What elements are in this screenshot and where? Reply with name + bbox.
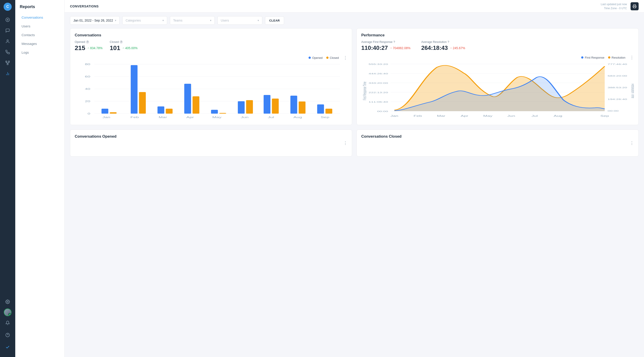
svg-text:Apr: Apr bbox=[461, 115, 468, 117]
opened-help-icon[interactable]: ? bbox=[86, 41, 89, 44]
svg-text:Feb: Feb bbox=[130, 116, 139, 119]
nav-item-messages[interactable]: Messages bbox=[17, 40, 62, 48]
categories-filter[interactable]: Categories ▾ bbox=[122, 16, 167, 25]
main-content: CONVERSATIONS Last updated just now Time… bbox=[64, 0, 644, 357]
conv-closed-title: Conversations Closed bbox=[361, 134, 634, 139]
svg-text:111:06:40: 111:06:40 bbox=[369, 101, 388, 103]
users-filter[interactable]: Users ▾ bbox=[218, 16, 262, 25]
users-chevron-icon: ▾ bbox=[258, 19, 259, 22]
conversations-opened-card: Conversations Opened ⋮ bbox=[70, 130, 352, 157]
nav-item-conversations[interactable]: Conversations bbox=[17, 13, 62, 22]
svg-rect-3 bbox=[6, 61, 7, 62]
nav-item-users[interactable]: Users bbox=[17, 22, 62, 30]
chart-more-icon[interactable]: ⋮ bbox=[343, 55, 347, 60]
svg-rect-30 bbox=[211, 110, 218, 114]
closed-help-icon[interactable]: ? bbox=[120, 41, 123, 44]
user-avatar[interactable] bbox=[4, 308, 12, 316]
opened-stat: Opened ? 215 834.78% bbox=[75, 40, 102, 52]
nav-title: Reports bbox=[15, 0, 64, 13]
svg-text:80: 80 bbox=[85, 63, 90, 66]
date-range-filter[interactable]: Jan 01, 2022 - Sep 26, 2022 ▾ bbox=[70, 16, 120, 25]
closed-card-more-icon[interactable]: ⋮ bbox=[630, 141, 634, 146]
svg-rect-33 bbox=[246, 100, 253, 114]
legend-first-response: First Response bbox=[581, 56, 604, 59]
svg-rect-23 bbox=[110, 112, 116, 114]
svg-text:00:00: 00:00 bbox=[608, 110, 619, 112]
svg-point-1 bbox=[7, 19, 8, 21]
performance-stats: Average First Response ? 110:40:27 70488… bbox=[361, 40, 634, 52]
svg-text:Aug: Aug bbox=[554, 115, 562, 117]
svg-text:May: May bbox=[212, 116, 222, 119]
svg-point-2 bbox=[7, 40, 8, 41]
svg-rect-26 bbox=[158, 106, 164, 114]
categories-chevron-icon: ▾ bbox=[162, 19, 164, 22]
svg-rect-25 bbox=[139, 92, 146, 114]
app-avatar[interactable]: C bbox=[4, 3, 12, 11]
avg-first-response-stat: Average First Response ? 110:40:27 70488… bbox=[361, 40, 410, 52]
conversations-chart: Opened Closed ⋮ bbox=[75, 55, 347, 120]
svg-point-9 bbox=[7, 301, 8, 302]
resolution-help-icon[interactable]: ? bbox=[448, 40, 449, 44]
notifications-icon[interactable] bbox=[3, 318, 12, 327]
svg-rect-29 bbox=[192, 96, 199, 114]
svg-text:60: 60 bbox=[85, 76, 90, 78]
conversations-card-title: Conversations bbox=[75, 33, 347, 38]
svg-text:Mar: Mar bbox=[437, 115, 446, 117]
svg-text:20: 20 bbox=[85, 100, 90, 103]
svg-text:555:33:20: 555:33:20 bbox=[369, 63, 388, 65]
performance-card-title: Performance bbox=[361, 33, 634, 38]
svg-text:40: 40 bbox=[85, 88, 90, 90]
clear-button[interactable]: CLEAR bbox=[265, 17, 284, 25]
teams-chevron-icon: ▾ bbox=[210, 19, 212, 22]
svg-text:Resolution Time: Resolution Time bbox=[630, 84, 634, 98]
svg-text:Jan: Jan bbox=[102, 116, 110, 119]
svg-text:Jun: Jun bbox=[241, 116, 248, 119]
sidebar-bottom bbox=[3, 296, 12, 354]
perf-chart-more-icon[interactable]: ⋮ bbox=[630, 55, 634, 60]
help-icon[interactable] bbox=[3, 330, 12, 339]
svg-text:388:53:20: 388:53:20 bbox=[608, 87, 627, 89]
chart-legend: Opened Closed ⋮ bbox=[75, 55, 347, 60]
settings-icon[interactable] bbox=[3, 297, 12, 306]
svg-text:0: 0 bbox=[88, 113, 90, 115]
home-icon[interactable] bbox=[3, 15, 12, 24]
page-title: CONVERSATIONS bbox=[70, 5, 99, 8]
resolution-dot bbox=[608, 56, 610, 59]
perf-chart-legend: First Response Resolution ⋮ bbox=[361, 55, 634, 60]
svg-text:Jul: Jul bbox=[532, 115, 538, 117]
teams-filter[interactable]: Teams ▾ bbox=[170, 16, 215, 25]
svg-rect-31 bbox=[219, 113, 226, 114]
legend-closed: Closed bbox=[326, 56, 339, 60]
first-response-change: 704882.08% bbox=[390, 46, 411, 50]
first-response-help-icon[interactable]: ? bbox=[393, 40, 395, 44]
check-icon[interactable] bbox=[3, 343, 12, 351]
phone-icon[interactable] bbox=[3, 48, 12, 57]
content-area: Conversations Opened ? 215 834.78% bbox=[64, 28, 644, 357]
svg-rect-35 bbox=[272, 99, 279, 114]
performance-chart: First Response Resolution ⋮ bbox=[361, 55, 634, 120]
svg-rect-4 bbox=[8, 61, 10, 62]
opened-card-more-icon[interactable]: ⋮ bbox=[343, 141, 347, 146]
bar-chart: 80 60 40 20 0 bbox=[75, 62, 347, 120]
contacts-icon[interactable] bbox=[3, 37, 12, 46]
network-icon[interactable] bbox=[3, 58, 12, 67]
svg-rect-36 bbox=[290, 96, 297, 114]
nav-item-logs[interactable]: Logs bbox=[17, 48, 62, 57]
svg-rect-37 bbox=[299, 102, 306, 114]
reports-icon[interactable] bbox=[3, 69, 12, 78]
nav-item-contacts[interactable]: Contacts bbox=[17, 31, 62, 39]
svg-rect-34 bbox=[264, 95, 270, 114]
first-response-dot bbox=[581, 56, 584, 59]
chat-icon[interactable] bbox=[3, 26, 12, 35]
left-nav: Reports Conversations Users Contacts Mes… bbox=[15, 0, 64, 357]
svg-text:Aug: Aug bbox=[293, 116, 302, 119]
svg-text:Jan: Jan bbox=[390, 115, 398, 117]
closed-change: 405.00% bbox=[122, 46, 138, 50]
conv-opened-title: Conversations Opened bbox=[75, 134, 347, 139]
svg-text:Sep: Sep bbox=[600, 115, 609, 117]
print-button[interactable] bbox=[630, 2, 638, 10]
svg-text:194:26:40: 194:26:40 bbox=[608, 98, 627, 100]
svg-rect-32 bbox=[238, 101, 244, 114]
header-right: Last updated just now Time Zone - 0 UTC bbox=[601, 2, 638, 10]
svg-text:777:46:40: 777:46:40 bbox=[608, 63, 627, 65]
